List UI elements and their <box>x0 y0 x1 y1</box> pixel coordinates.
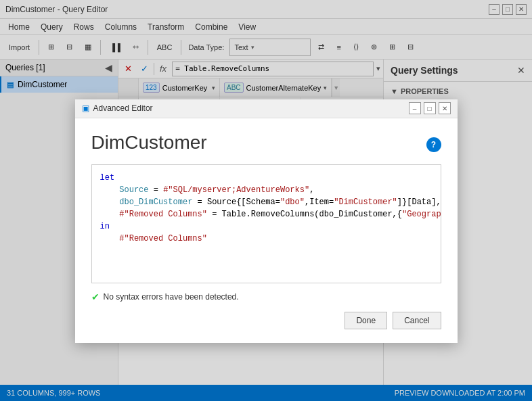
modal-body: DimCustomer ? let Source = #"SQL/myserve… <box>75 118 458 343</box>
modal-minimize-button[interactable]: – <box>409 102 421 114</box>
code-line-2: Source = #"SQL/myserver;AdventureWorks", <box>100 184 433 196</box>
status-check-icon: ✔ <box>91 291 99 302</box>
code-line-3: dbo_DimCustomer = Source{[Schema="dbo",I… <box>100 196 433 208</box>
modal-close-button[interactable]: ✕ <box>439 102 451 114</box>
code-line-4: #"Removed Columns" = Table.RemoveColumns… <box>100 208 433 220</box>
status-message: No syntax errors have been detected. <box>104 292 239 302</box>
modal-status: ✔ No syntax errors have been detected. <box>91 291 441 302</box>
modal-maximize-button[interactable]: □ <box>424 102 436 114</box>
cancel-button[interactable]: Cancel <box>393 312 441 329</box>
done-button[interactable]: Done <box>345 312 387 329</box>
modal-title-bar: ▣ Advanced Editor – □ ✕ <box>75 99 458 118</box>
code-line-6: #"Removed Columns" <box>100 233 433 245</box>
code-line-5: in <box>100 220 433 233</box>
modal-help-button[interactable]: ? <box>426 137 441 152</box>
modal-query-name: DimCustomer <box>91 132 441 154</box>
code-line-1: let <box>100 172 433 184</box>
modal-footer: Done Cancel <box>91 312 441 329</box>
modal-overlay: ▣ Advanced Editor – □ ✕ DimCustomer ? le… <box>0 0 532 401</box>
advanced-editor-modal: ▣ Advanced Editor – □ ✕ DimCustomer ? le… <box>75 99 458 343</box>
modal-title-label: Advanced Editor <box>93 103 153 113</box>
code-editor[interactable]: let Source = #"SQL/myserver;AdventureWor… <box>91 164 441 283</box>
modal-editor-icon: ▣ <box>82 103 89 113</box>
